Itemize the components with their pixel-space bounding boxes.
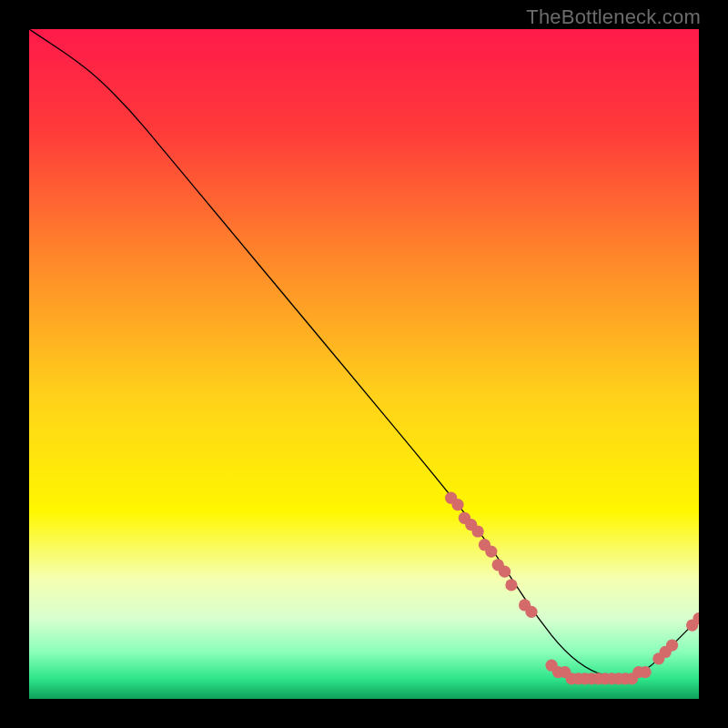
curve-layer [29,29,699,699]
marker-dot [485,545,497,557]
marker-dot [666,639,678,651]
main-curve [29,29,699,677]
plot-area [29,29,699,699]
marker-layer [445,492,699,685]
marker-dot [499,566,511,578]
marker-dot [639,666,651,678]
watermark-text: TheBottleneck.com [526,5,701,29]
marker-dot [525,606,537,618]
chart-stage: TheBottleneck.com [0,0,728,728]
marker-dot [505,579,517,591]
marker-dot [471,525,483,537]
marker-dot [451,499,463,511]
